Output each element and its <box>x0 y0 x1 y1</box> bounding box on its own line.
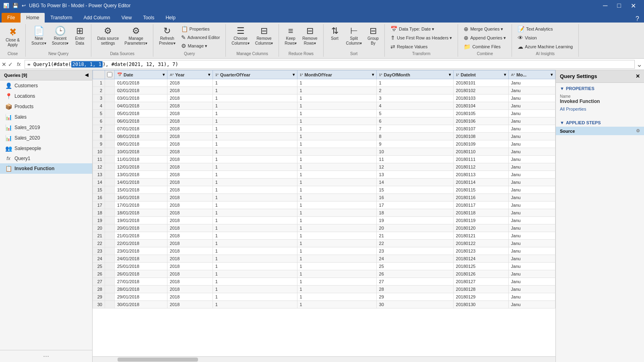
sidebar-item-invoked-function[interactable]: 📋 Invoked Function <box>0 163 92 174</box>
first-row-headers-button[interactable]: ⇑ Use First Row as Headers ▾ <box>388 34 454 42</box>
choose-columns-button[interactable]: ☰ ChooseColumns▾ <box>229 25 252 47</box>
ai-group-label: AI Insights <box>536 51 555 56</box>
formula-confirm-button[interactable]: ✓ <box>8 61 13 68</box>
recent-sources-label: RecentSources▾ <box>52 36 69 46</box>
formula-cancel-button[interactable]: ✕ <box>2 61 6 68</box>
vision-button[interactable]: 👁 Vision <box>515 34 575 42</box>
replace-values-button[interactable]: ⇄ Replace Values <box>388 43 454 51</box>
quarter-col-name: QuarterOfYear <box>220 72 250 77</box>
formula-expand-button[interactable]: ⌄ <box>636 60 642 69</box>
advanced-editor-button[interactable]: ✎ Advanced Editor <box>179 33 223 41</box>
table-cell: 1 <box>297 255 376 263</box>
date-filter-icon[interactable]: ▾ <box>163 72 165 77</box>
select-all-checkbox[interactable] <box>107 72 112 77</box>
recent-sources-button[interactable]: 🕒 RecentSources▾ <box>50 25 71 47</box>
table-cell: 2018 <box>167 293 213 301</box>
enter-data-button[interactable]: ⊞ EnterData <box>72 25 88 47</box>
remove-rows-button[interactable]: ⊟ RemoveRows▾ <box>300 25 320 47</box>
new-source-button[interactable]: 📄 NewSource▾ <box>29 25 49 47</box>
close-button[interactable]: ✕ <box>626 0 641 11</box>
quick-access-save[interactable]: 💾 <box>12 3 19 8</box>
table-cell: 15/01/2018 <box>115 186 167 194</box>
table-cell: 8 <box>376 133 453 140</box>
minimize-button[interactable]: ─ <box>598 0 612 11</box>
sort-asc-button[interactable]: ⇅ Sort <box>327 25 343 43</box>
col-header-quarterofyear[interactable]: 1² QuarterOfYear ▾ <box>213 70 297 79</box>
manage-parameters-button[interactable]: ⚙ ManageParameters▾ <box>122 25 150 47</box>
col-header-dateint[interactable]: 1² DateInt ▾ <box>453 70 508 79</box>
table-cell: 1 <box>297 286 376 293</box>
sidebar-item-sales[interactable]: 📊 Sales <box>0 112 92 122</box>
tab-add-column[interactable]: Add Column <box>78 13 116 23</box>
split-column-button[interactable]: ⊢ SplitColumn▾ <box>344 25 364 47</box>
col-header-date[interactable]: 📅 Date ▾ <box>115 70 167 79</box>
close-apply-button[interactable]: ✖ ▼ Close &Apply <box>3 25 22 49</box>
day-filter-icon[interactable]: ▾ <box>449 72 451 77</box>
azure-ml-button[interactable]: ☁ Azure Machine Learning <box>515 43 575 51</box>
remove-columns-button[interactable]: ⊟ RemoveColumns▾ <box>253 25 275 47</box>
col-header-monthofyear[interactable]: 1² MonthOfYear ▾ <box>297 70 376 79</box>
right-panel-empty <box>556 135 644 362</box>
group-by-button[interactable]: ⊟ GroupBy <box>365 25 381 47</box>
tab-tools[interactable]: Tools <box>137 13 160 23</box>
table-cell: 1 <box>213 263 297 270</box>
help-icon[interactable]: ? <box>631 15 644 23</box>
manage-button[interactable]: ⚙ Manage ▾ <box>179 42 223 50</box>
right-panel-close[interactable]: ✕ <box>636 73 640 79</box>
data-grid-container[interactable]: 📅 Date ▾ A² Year ▾ <box>93 70 555 356</box>
tab-home[interactable]: Home <box>21 13 45 23</box>
h-scroll-thumb[interactable] <box>118 358 198 362</box>
tab-help[interactable]: Help <box>160 13 181 23</box>
formula-bar: ✕ ✓ fx = Query1(#date(2018, 1, 1), #date… <box>0 59 644 70</box>
data-type-label: Data Type: Date ▾ <box>399 27 434 32</box>
maximize-button[interactable]: □ <box>612 0 626 11</box>
tab-file[interactable]: File <box>2 13 21 23</box>
month-filter-icon[interactable]: ▾ <box>372 72 374 77</box>
table-cell: 15 <box>376 186 453 194</box>
queries-panel-collapse[interactable]: ◀ <box>85 72 88 78</box>
table-cell: 20180104 <box>453 102 508 110</box>
manage-label: Manage ▾ <box>188 43 208 49</box>
quarter-filter-icon[interactable]: ▾ <box>293 72 295 77</box>
table-row: 606/01/2018201811620180106Janu <box>93 117 555 125</box>
text-analytics-button[interactable]: 📝 Text Analytics <box>515 25 575 33</box>
step-source[interactable]: Source ⚙ <box>556 127 644 135</box>
tab-view[interactable]: View <box>116 13 138 23</box>
properties-label: Properties <box>190 27 210 31</box>
sidebar-item-products[interactable]: 📦 Products <box>0 101 92 112</box>
more-filter-icon[interactable]: ▾ <box>551 72 553 77</box>
dateint-filter-icon[interactable]: ▾ <box>504 72 506 77</box>
data-type-button[interactable]: 📅 Data Type: Date ▾ <box>388 25 454 33</box>
table-cell: 1 <box>213 247 297 255</box>
text-analytics-label: Text Analytics <box>526 27 553 31</box>
table-cell: 20180112 <box>453 163 508 171</box>
quick-access-undo[interactable]: ↩ <box>22 3 26 8</box>
step-source-gear[interactable]: ⚙ <box>636 128 640 134</box>
append-queries-button[interactable]: ⊕ Append Queries ▾ <box>461 34 508 42</box>
sidebar-item-locations[interactable]: 📍 Locations <box>0 91 92 101</box>
all-properties-link[interactable]: All Properties <box>556 106 644 112</box>
table-row: 1515/01/20182018111520180115Janu <box>93 186 555 194</box>
col-header-dayofmonth[interactable]: 1² DayOfMonth ▾ <box>376 70 453 79</box>
merge-queries-button[interactable]: ⊕ Merge Queries ▾ <box>461 25 508 33</box>
table-cell: 6 <box>376 117 453 125</box>
sidebar-item-salespeople[interactable]: 👥 Salespeople <box>0 143 92 154</box>
table-row: 1818/01/20182018111820180118Janu <box>93 209 555 217</box>
table-cell: 28 <box>376 286 453 293</box>
col-header-year[interactable]: A² Year ▾ <box>167 70 213 79</box>
properties-button[interactable]: 📋 Properties <box>179 25 223 33</box>
year-filter-icon[interactable]: ▾ <box>208 72 210 77</box>
keep-rows-button[interactable]: ≡ KeepRows▾ <box>282 25 299 47</box>
col-header-more[interactable]: A² Mo... ▾ <box>508 70 555 79</box>
horizontal-scrollbar[interactable] <box>93 356 555 362</box>
refresh-preview-button[interactable]: ↻ RefreshPreview▾ <box>157 25 178 47</box>
sidebar-item-customers[interactable]: 👤 Customers <box>0 80 92 91</box>
sidebar-item-sales2020[interactable]: 📊 Sales_2020 <box>0 133 92 143</box>
formula-input[interactable]: = Query1(#date(2018, 1, 1), #date(2021, … <box>25 60 635 69</box>
data-source-settings-button[interactable]: ⚙ Data sourcesettings <box>95 25 121 47</box>
sidebar-item-query1[interactable]: fx Query1 <box>0 154 92 163</box>
combine-files-button[interactable]: 📁 Combine Files <box>461 43 508 51</box>
tab-transform[interactable]: Transform <box>45 13 78 23</box>
sidebar-item-sales2019[interactable]: 📊 Sales_2019 <box>0 122 92 133</box>
row-number: 12 <box>93 163 105 171</box>
